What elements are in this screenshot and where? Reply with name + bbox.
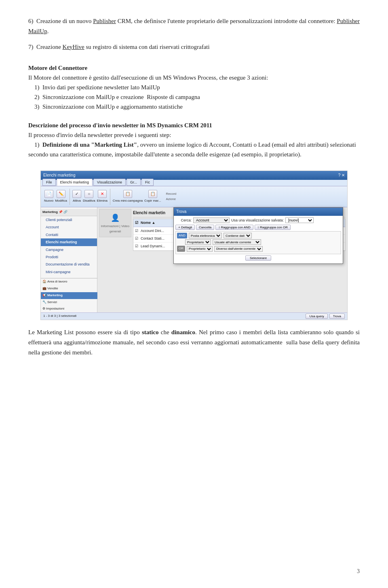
servizi-icon: 🔧 [42, 300, 46, 305]
impostazioni-label: Impostazioni [46, 306, 64, 312]
sidebar-elenchi[interactable]: Elenchi marketing [41, 238, 97, 246]
publisher-link: Publisher [93, 18, 116, 24]
condition-or-operator[interactable]: Diverso dall'utente corrente [214, 246, 263, 252]
ribbon-buttons: 📄 Nuovo ✏️ Modifica ✓ Attiva ○ Disattiva [41, 186, 347, 207]
copir-icon: 📋 [148, 190, 157, 198]
btn-copir[interactable]: 📋 Copir mar... [144, 190, 161, 204]
crm-main: Marketing 📌 🔗 Clienti potenziali Account… [41, 207, 347, 315]
btn-attiva[interactable]: ✓ Attiva [72, 190, 81, 204]
sidebar-account[interactable]: Account [41, 223, 97, 231]
or-badge: OR [177, 246, 185, 252]
tab-gr[interactable]: Gr... [127, 179, 141, 186]
find-conditions: AND Posta elettronica Contiene dati [175, 231, 341, 255]
sidebar-header: Marketing 📌 🔗 [41, 209, 97, 216]
btn-crea[interactable]: 📋 Crea mini-campagna [113, 190, 143, 204]
footer-marketing[interactable]: 📢 Marketing [41, 292, 97, 299]
sidebar-campagne[interactable]: Campagne [41, 246, 97, 253]
btn-modifica[interactable]: ✏️ Modifica [55, 190, 67, 204]
header-check: ☑ [135, 220, 141, 226]
select-btn-container: Selezionare [175, 255, 341, 261]
keyhive-link: KeyHive [63, 44, 84, 50]
after-screenshot-text: Le Marketing List possono essere sia di … [28, 327, 360, 357]
cerca-label: Cerca: [175, 217, 192, 223]
condition-sub-field[interactable]: Proprietario [185, 239, 211, 245]
condition-and-field[interactable]: Posta elettronica [189, 233, 222, 238]
condition-and-operator[interactable]: Contiene dati [224, 233, 252, 238]
cerca-dropdown[interactable]: Account [193, 217, 230, 223]
marketing-list-bold: Definizione di una "Marketing List" [42, 141, 137, 148]
sidebar-mini[interactable]: Mini-campagne [41, 268, 97, 276]
area-label: Area di lavoro [47, 279, 67, 285]
divider-1 [70, 189, 70, 205]
btn-usa-query[interactable]: Usa query [306, 314, 327, 319]
footer-vendite[interactable]: 💼 Vendite [41, 285, 97, 292]
find-search-row: Cerca: Account Usa una visualizzazione s… [175, 217, 341, 223]
crm-title-text: Elenchi marketing [43, 172, 75, 179]
tab-visualizzazione[interactable]: Visualizzazione [93, 179, 126, 186]
btn-nuovo-label: Nuovo [44, 198, 53, 204]
item-7-block: 7) Creazione KeyHive su registro di sist… [28, 42, 360, 52]
condition-or-field[interactable]: Proprietario [187, 246, 213, 252]
btn-trova[interactable]: Trova [329, 314, 345, 319]
row1-check[interactable]: ☑ [135, 228, 141, 234]
descrizione-section: Descrizione del processo d'invio newslet… [28, 120, 360, 159]
tab-elenchi[interactable]: Elenchi marketing [57, 179, 93, 186]
row3-check[interactable]: ☑ [135, 243, 141, 249]
btn-raggruppa-or[interactable]: ↕ Raggruppa con OR [255, 225, 291, 230]
sidebar-clienti[interactable]: Clienti potenziali [41, 216, 97, 223]
group-azione: Azione [166, 197, 176, 202]
dinamico-bold: dinamico [171, 329, 195, 335]
group-labels: Record Azione [166, 192, 176, 202]
action-1: 1) Invio dati per spedizione newsletter … [28, 82, 360, 92]
btn-crea-label: Crea mini-campagna [113, 198, 143, 204]
after-screenshot-block: Le Marketing List possono essere sia di … [28, 327, 360, 357]
page-number: 3 [357, 567, 360, 576]
btn-disattiva[interactable]: ○ Disattiva [83, 190, 95, 204]
btn-selezionare[interactable]: Selezionare [245, 255, 271, 261]
disattiva-icon: ○ [84, 190, 93, 198]
sidebar-prodotti[interactable]: Prodotti [41, 253, 97, 261]
btn-dettagli[interactable]: + Dettagli [175, 225, 195, 230]
status-buttons: Usa query Trova [306, 314, 345, 319]
publisher-mailup-link: Publisher MailUp [28, 18, 360, 34]
impostazioni-icon: ⚙ [42, 306, 45, 312]
crm-window-controls: ? ✕ [338, 172, 345, 179]
servizi-label: Servizi [47, 300, 57, 305]
nuovo-icon: 📄 [44, 190, 53, 198]
saved-view-dropdown[interactable]: [nuovi] [285, 217, 314, 223]
thumb-content: 👤 Informazioni | Video generali [99, 212, 131, 234]
action-2: 2) Sincronizzazione con MailUp e creazio… [28, 92, 360, 102]
btn-cancella[interactable]: Cancella [196, 225, 214, 230]
def-marketing-list: 1) Definizione di una "Marketing List", … [28, 140, 360, 159]
row2-check[interactable]: ☑ [135, 236, 141, 241]
item-6-text: 6) Creazione di un nuovo Publisher CRM, … [28, 16, 360, 36]
find-dialog: Trova Cerca: Account Usa una visualizzaz… [173, 207, 343, 264]
footer-impostazioni[interactable]: ⚙ Impostazioni [41, 306, 97, 312]
action-3: 3) Sincronizzazione con MailUp e aggiorn… [28, 102, 360, 112]
item-6-prefix: 6) [28, 18, 36, 24]
tab-file2[interactable]: Fic [141, 179, 154, 186]
motore-title: Motore del Connettore [28, 63, 360, 73]
condition-sub-operator[interactable]: Usuale all'utente corrente [213, 239, 261, 245]
sidebar-contatti[interactable]: Contatti [41, 231, 97, 238]
btn-raggruppa-and[interactable]: ↕ Raggruppa con AND [215, 225, 253, 230]
motore-intro: Il Motore del connettore è gestito dall'… [28, 73, 360, 82]
condition-and-sub: Proprietario Usuale all'utente corrente [185, 239, 340, 245]
statico-bold: statico [142, 329, 159, 335]
crea-icon: 📋 [123, 190, 132, 198]
page-content: 6) Creazione di un nuovo Publisher CRM, … [28, 16, 360, 358]
ribbon-tabs: File Elenchi marketing Visualizzazione G… [41, 180, 347, 186]
crm-status-bar: 1 - 3 di 3 | 3 selezionati Usa query Tro… [41, 312, 347, 320]
sidebar-documentazione[interactable]: Documentazione di vendita [41, 261, 97, 268]
crm-sidebar: Marketing 📌 🔗 Clienti potenziali Account… [41, 207, 97, 315]
btn-elimina[interactable]: ✕ Elimina [97, 190, 108, 204]
marketing-footer-label: Marketing [47, 293, 63, 298]
btn-elimina-label: Elimina [97, 198, 108, 204]
condition-or: OR Proprietario Diverso dall'utente corr… [177, 246, 340, 252]
footer-area[interactable]: 🏠 Area di lavoro [41, 278, 97, 285]
descrizione-title: Descrizione del processo d'invio newslet… [28, 120, 360, 130]
btn-nuovo[interactable]: 📄 Nuovo [44, 190, 53, 204]
footer-servizi[interactable]: 🔧 Servizi [41, 299, 97, 306]
tab-file[interactable]: File [42, 179, 56, 186]
crm-content-area: 👤 Informazioni | Video generali Elenchi … [97, 207, 347, 315]
